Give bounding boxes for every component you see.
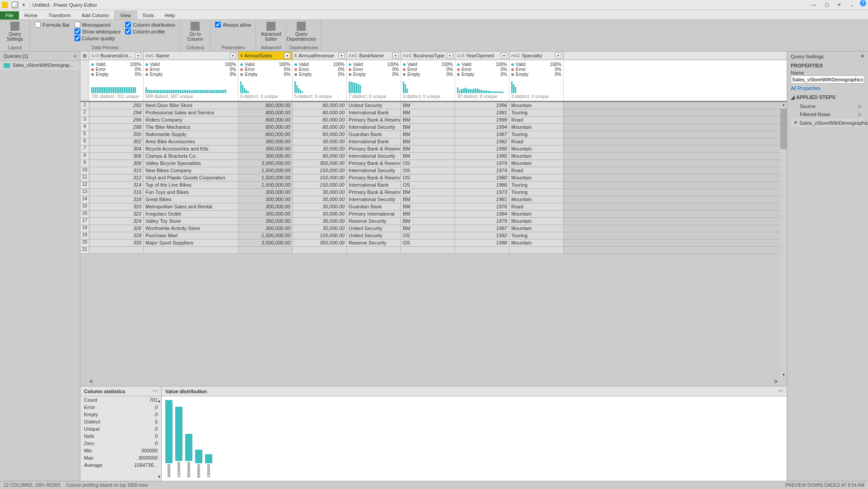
filter-dropdown-icon[interactable]: ▾ [230,52,236,59]
type-icon[interactable]: ABC [349,53,358,58]
filter-dropdown-icon[interactable]: ▾ [501,52,507,59]
table-row[interactable]: 11312Vinyl and Plastic Goods Corporation… [80,174,787,182]
filter-dropdown-icon[interactable]: ▾ [135,52,141,59]
filter-dropdown-icon[interactable]: ▾ [392,52,399,59]
table-row[interactable]: 17324Valley Toy Store300,000.0030,000.00… [80,218,787,225]
vertical-scrollbar[interactable]: ▴▾ [780,102,787,377]
column-statistics-panel: Column statistics ⋯ ▴ ▾ Count701Error0Em… [80,386,162,481]
table-row[interactable]: 14318Great Bikes 300,000.0030,000.00Inte… [80,196,787,203]
stats-scroll-up[interactable]: ▴ [158,398,160,403]
column-header-businesstype[interactable]: ABCBusinessType▾ [401,52,455,60]
check-column-distribution[interactable]: Column distribution [125,22,175,28]
check-column-profile[interactable]: Column profile [125,28,175,34]
filter-dropdown-icon[interactable]: ▾ [338,52,345,59]
tab-tools[interactable]: Tools [137,11,159,19]
table-corner[interactable]: ⊞ [80,52,89,60]
dist-menu-icon[interactable]: ⋯ [778,388,783,394]
type-icon[interactable]: ABC [403,53,412,58]
close-button[interactable]: ✕ [833,0,845,10]
maximize-button[interactable]: ▢ [820,0,833,10]
go-to-column-button[interactable]: Go to Column [183,21,207,42]
status-profiling[interactable]: Column profiling based on top 1000 rows [66,483,148,488]
applied-steps-label: ◢APPLIED STEPS [791,94,864,100]
table-row[interactable]: 3296Riders Company800,000.0080,000.00Pri… [80,117,787,124]
table-row[interactable]: 15320Metropolitan Sales and Rental300,00… [80,203,787,211]
query-item[interactable]: Sales_vStoreWithDemographics [0,61,80,70]
app-icon [2,2,8,8]
filter-dropdown-icon[interactable]: ▾ [284,52,290,59]
table-row[interactable]: 20330Major Sport Suppliers3,000,000.0030… [80,240,787,247]
gear-icon[interactable]: ⚙ [858,112,862,117]
table-row[interactable]: 7304Bicycle Accessories and Kits300,000.… [80,146,787,153]
type-icon[interactable]: $ [240,53,243,58]
group-layout: Layout [3,45,27,50]
scroll-right-icon[interactable]: > [774,378,778,385]
dependencies-icon [297,22,306,31]
stats-menu-icon[interactable]: ⋯ [153,388,158,394]
check-monospaced[interactable]: Monospaced [75,22,121,28]
stats-scroll-down[interactable]: ▾ [158,474,160,479]
table-row[interactable]: 2294Professional Sales and Service800,00… [80,109,787,117]
table-row[interactable]: 4298The Bike Mechanics800,000.0080,000.0… [80,124,787,131]
chevron-down-icon[interactable]: ⌄ [845,0,858,10]
advanced-editor-button[interactable]: Advanced Editor [259,21,283,42]
delete-step-icon[interactable]: ✕ [793,120,798,126]
check-formula-bar[interactable]: Formula Bar [35,22,70,28]
table-row[interactable]: 19328Purchase Mart1,500,000.00150,000.00… [80,232,787,240]
column-header-bankname[interactable]: ABCBankName▾ [347,52,401,60]
collapse-queries-icon[interactable]: < [74,54,76,59]
bottom-panels: Column statistics ⋯ ▴ ▾ Count701Error0Em… [80,386,787,481]
filter-dropdown-icon[interactable]: ▾ [447,52,453,59]
applied-step[interactable]: Source⚙ [791,102,864,110]
table-row[interactable]: 10310New Bikes Company1,500,000.00150,00… [80,167,787,174]
help-icon[interactable]: ? [860,0,866,6]
tab-home[interactable]: Home [19,11,43,19]
minimize-button[interactable]: — [807,0,820,10]
save-icon[interactable] [12,2,18,8]
table-row[interactable]: 5300Nationwide Supply800,000.0080,000.00… [80,131,787,138]
table-row[interactable]: 16322Irregulars Outlet300,000.0030,000.0… [80,211,787,218]
tab-add-column[interactable]: Add Column [76,11,115,19]
column-header-annualsales[interactable]: $AnnualSales▾ [238,52,293,60]
qat-dropdown[interactable]: ▼ [22,3,26,7]
query-dependencies-button[interactable]: Query Dependencies [289,21,313,42]
table-row[interactable]: 6302Area Bike Accessories300,000.0030,00… [80,138,787,146]
table-row[interactable]: 18326Worthwhile Activity Store300,000.00… [80,225,787,232]
applied-step[interactable]: Filtered Rows⚙ [791,110,864,118]
applied-step[interactable]: ✕Sales_vStoreWithDemographics [791,118,864,127]
tab-view[interactable]: View [114,11,137,19]
column-header-name[interactable]: ABCName▾ [144,52,238,60]
all-properties-link[interactable]: All Properties [791,85,864,91]
type-icon[interactable]: ABC [145,53,154,58]
table-row[interactable]: 1292Next-Door Bike Store800,000.0080,000… [80,102,787,109]
gear-icon[interactable]: ⚙ [858,104,862,109]
column-header-yearopened[interactable]: 123YearOpened▾ [455,52,509,60]
filter-dropdown-icon[interactable]: ▾ [555,52,561,59]
table-row[interactable]: 8306Clamps & Brackets Co.300,000.0080,00… [80,153,787,160]
check-show-whitespace[interactable]: Show whitespace [75,28,121,34]
tab-help[interactable]: Help [159,11,181,19]
column-header-specialty[interactable]: ABCSpecialty▾ [509,52,564,60]
group-parameters: Parameters [213,45,253,50]
type-icon[interactable]: 123 [91,53,98,58]
column-header-businessentityid[interactable]: 123BusinessEntityID▾ [89,52,144,60]
table-row[interactable]: 9308Valley Bicycle Specialists3,000,000.… [80,160,787,167]
column-header-annualrevenue[interactable]: $AnnualRevenue▾ [293,52,347,60]
table-row[interactable]: 12314Top of the Line Bikes1,500,000.0015… [80,182,787,189]
close-settings-icon[interactable]: ✕ [860,53,864,59]
type-icon[interactable]: ABC [511,53,520,58]
type-icon[interactable]: 123 [457,53,464,58]
horizontal-scroll[interactable]: < > [80,377,787,386]
data-grid[interactable]: 1292Next-Door Bike Store800,000.0080,000… [80,102,787,377]
query-settings-button[interactable]: Query Settings [3,21,27,42]
table-row[interactable]: 21 [80,247,787,254]
tab-transform[interactable]: Transform [43,11,76,19]
tab-file[interactable]: File [0,11,19,19]
check-column-quality[interactable]: Column quality [75,35,121,41]
table-row[interactable]: 13316Fun Toys and Bikes300,000.0030,000.… [80,189,787,196]
scroll-left-icon[interactable]: < [89,378,93,385]
query-name-input[interactable] [791,75,864,84]
type-icon[interactable]: $ [294,53,297,58]
check-always-allow[interactable]: Always allow [215,22,251,28]
statusbar: 12 COLUMNS, 199+ ROWS Column profiling b… [0,481,868,489]
